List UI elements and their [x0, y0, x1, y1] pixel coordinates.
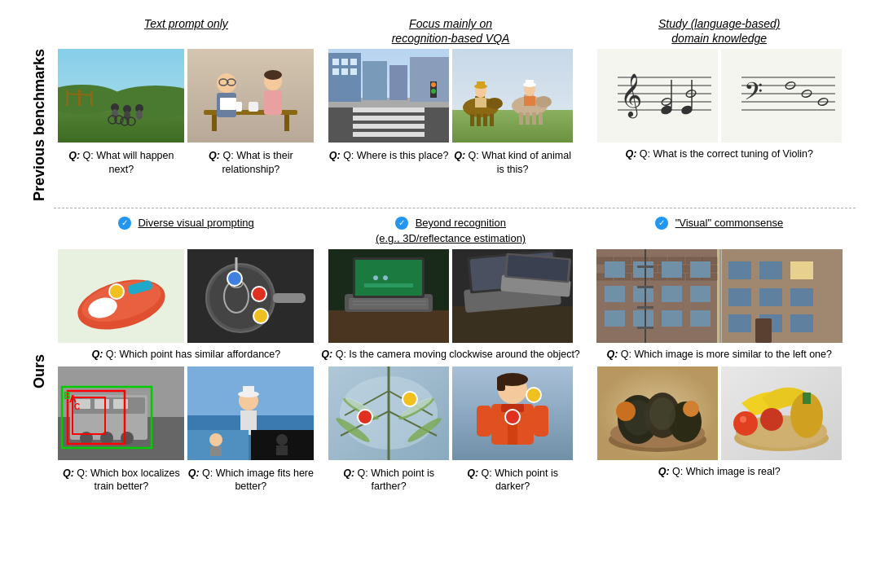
caption-horses: Q: Q: What kind of animal is this?: [452, 146, 573, 176]
prev-section: Previous benchmarks: [24, 49, 856, 201]
ours-col1-row2: A B C: [58, 366, 314, 460]
check-icon-beyond: ✓: [395, 217, 408, 230]
svg-point-66: [535, 96, 552, 108]
svg-rect-122: [95, 399, 109, 409]
fruit2-scene: [721, 366, 842, 460]
svg-rect-123: [113, 399, 128, 409]
svg-rect-142: [210, 446, 222, 456]
svg-rect-69: [532, 112, 536, 125]
prev-col3-images: 𝄞: [597, 49, 842, 143]
svg-point-255: [760, 408, 783, 431]
prev-col3: 𝄞: [583, 49, 856, 201]
ours-col3-row2: [597, 366, 842, 460]
svg-rect-44: [350, 59, 357, 65]
svg-rect-46: [341, 68, 348, 75]
prev-img-horses: [452, 49, 573, 143]
caption-darker: Q: Q: Which point is darker?: [452, 463, 573, 494]
svg-point-57: [486, 98, 503, 109]
svg-rect-152: [364, 283, 413, 287]
ours-img-pan: [187, 249, 314, 343]
ours-col1-row1: [58, 249, 314, 343]
svg-text:𝄢: 𝄢: [744, 78, 763, 111]
svg-rect-232: [759, 261, 782, 279]
svg-point-115: [252, 287, 266, 301]
svg-rect-48: [410, 57, 449, 102]
svg-rect-61: [490, 114, 494, 126]
svg-rect-109: [273, 293, 306, 303]
svg-point-254: [733, 411, 758, 436]
svg-rect-257: [803, 393, 811, 404]
svg-rect-234: [728, 288, 751, 306]
ours-img-laptop1: ● ●: [328, 249, 449, 343]
svg-text:B: B: [64, 390, 71, 402]
prev-section-label: Previous benchmarks: [24, 49, 54, 201]
prev-col1-captions: Q: Q: What will happen next? Q: Q: What …: [58, 146, 314, 176]
ours-col1: Q: Q: Which point has similar affordance…: [54, 249, 319, 493]
svg-rect-39: [353, 132, 425, 137]
prev-img-cyclists: [58, 49, 184, 143]
svg-rect-222: [662, 310, 682, 327]
svg-rect-41: [363, 61, 387, 100]
svg-point-141: [209, 433, 222, 446]
feature-diverse: ✓ Diverse visual prompting: [54, 215, 319, 246]
ours-img-person: [452, 366, 573, 460]
svg-rect-227: [637, 306, 653, 309]
caption-fitting: Q: Q: Which image fits here better?: [187, 463, 314, 494]
ours-col2-row1: ● ●: [328, 249, 573, 343]
prev-col1-images: [58, 49, 314, 143]
prev-col-headers: Text prompt only Focus mainly on recogni…: [54, 16, 856, 46]
ours-content: Q: Q: Which point has similar affordance…: [54, 249, 856, 493]
section-divider: [54, 208, 856, 208]
svg-rect-150: [355, 260, 422, 296]
ours-img-fitting: [187, 366, 314, 460]
svg-rect-27: [264, 90, 282, 115]
svg-rect-225: [637, 265, 653, 268]
fitting-scene: [187, 366, 314, 460]
svg-rect-20: [212, 115, 217, 131]
svg-rect-187: [534, 406, 548, 437]
pine1-scene: [328, 366, 449, 460]
svg-text:𝄞: 𝄞: [620, 73, 642, 119]
horses-scene: [452, 49, 573, 143]
svg-rect-43: [341, 59, 348, 65]
svg-rect-18: [187, 49, 314, 143]
ours-img-train: A B C: [58, 366, 184, 460]
ours-img-affordance: [58, 249, 184, 343]
ours-col2-row1-caption: Q: Q: Is the camera moving clockwise aro…: [321, 346, 580, 361]
svg-rect-231: [728, 261, 751, 279]
svg-rect-6: [90, 91, 93, 106]
person-scene: [452, 366, 573, 460]
svg-point-28: [264, 70, 282, 80]
header-recognition: Focus mainly on recognition-based VQA: [319, 16, 583, 46]
ours-section: Ours: [24, 249, 856, 493]
music1-scene: 𝄞: [597, 49, 718, 143]
caption-farther: Q: Q: Which point is farther?: [328, 463, 449, 494]
svg-point-188: [505, 410, 520, 424]
svg-point-105: [109, 284, 124, 299]
ours-img-laptop2: [452, 249, 573, 343]
svg-rect-58: [470, 114, 474, 126]
svg-point-250: [683, 401, 699, 417]
ours-img-building-wide: [596, 249, 843, 343]
laptop1-scene: ● ●: [328, 249, 449, 343]
svg-rect-237: [728, 314, 751, 332]
svg-rect-77: [597, 49, 718, 143]
caption-cyclists: Q: Q: What will happen next?: [58, 146, 184, 176]
svg-rect-216: [605, 286, 625, 302]
svg-rect-47: [350, 68, 357, 75]
check-icon-commonsense: ✓: [655, 217, 668, 230]
svg-point-249: [616, 402, 636, 421]
train-scene: A B C: [58, 366, 184, 460]
caption-relationship: Q: Q: What is their relationship?: [187, 146, 314, 176]
svg-text:● ●: ● ●: [373, 273, 388, 282]
cyclists-scene: [58, 49, 184, 143]
ours-col3-row1-caption: Q: Q: Which image is more similar to the…: [606, 346, 831, 361]
svg-rect-60: [483, 114, 487, 126]
svg-rect-220: [605, 310, 625, 327]
main-container: Text prompt only Focus mainly on recogni…: [0, 0, 880, 509]
prev-content: Q: Q: What will happen next? Q: Q: What …: [54, 49, 856, 201]
ours-col1-row1-caption: Q: Q: Which point has similar affordance…: [91, 346, 280, 361]
svg-point-177: [358, 410, 372, 424]
caption-violin: Q: Q: What is the correct tuning of Viol…: [625, 145, 812, 160]
svg-rect-236: [790, 288, 813, 306]
